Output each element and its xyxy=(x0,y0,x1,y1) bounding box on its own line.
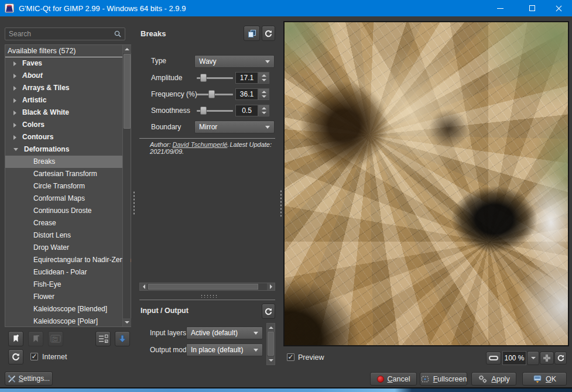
search-input[interactable] xyxy=(5,30,114,38)
internet-checkbox[interactable]: ✓ xyxy=(30,353,38,360)
zoom-level-input[interactable] xyxy=(503,352,526,365)
amplitude-slider[interactable] xyxy=(197,74,233,82)
fullscreen-button[interactable]: Fullscreen xyxy=(420,372,467,386)
copy-parameters-button[interactable] xyxy=(244,26,260,41)
filter-item[interactable]: Kaleidoscope [Polar] xyxy=(5,315,123,328)
filter-display-options-button[interactable] xyxy=(95,331,111,346)
filter-item[interactable]: Drop Water xyxy=(5,242,123,254)
scrollbar-thumb[interactable] xyxy=(148,284,258,290)
filter-item[interactable]: Breaks xyxy=(5,156,123,168)
output-mode-dropdown[interactable]: In place (default) xyxy=(186,343,263,356)
separator xyxy=(139,138,275,139)
slider-handle[interactable] xyxy=(200,106,207,115)
chevron-right-icon[interactable] xyxy=(13,135,16,140)
chevron-right-icon[interactable] xyxy=(13,98,16,103)
filter-item[interactable]: Crease xyxy=(5,217,123,229)
amplitude-spinbox[interactable]: 17.1 xyxy=(235,72,258,84)
filter-item[interactable]: Conformal Maps xyxy=(5,192,123,205)
filter-item[interactable]: Euclidean - Polar xyxy=(5,266,123,278)
scroll-right-icon[interactable] xyxy=(267,283,275,290)
settings-button[interactable]: Settings... xyxy=(5,372,53,386)
spin-down-icon[interactable] xyxy=(262,112,266,114)
vertical-splitter-handle[interactable] xyxy=(133,191,136,215)
filter-category[interactable]: Artistic xyxy=(5,94,123,106)
zoom-in-button[interactable] xyxy=(540,352,554,365)
chevron-right-icon[interactable] xyxy=(13,123,16,128)
filter-item[interactable]: Flower xyxy=(5,291,123,303)
chevron-down-icon xyxy=(531,357,536,359)
smoothness-spinbox[interactable]: 0.5 xyxy=(235,105,258,116)
preview-checkbox[interactable]: ✓ xyxy=(287,353,294,361)
filter-item[interactable]: Cartesian Transform xyxy=(5,168,123,180)
filter-category[interactable]: Black & White xyxy=(5,106,123,119)
chevron-down-icon[interactable] xyxy=(13,148,18,151)
input-layers-dropdown[interactable]: Active (default) xyxy=(186,326,263,339)
boundary-dropdown[interactable]: Mirror xyxy=(194,121,275,133)
scroll-left-icon[interactable] xyxy=(140,283,148,290)
spin-up-icon[interactable] xyxy=(262,74,266,77)
maximize-button[interactable] xyxy=(519,0,545,16)
filter-item[interactable]: Equirectangular to Nadir-Zenith xyxy=(5,254,123,266)
smoothness-slider[interactable] xyxy=(197,106,233,115)
spin-down-icon[interactable] xyxy=(262,95,266,98)
refresh-filters-button[interactable] xyxy=(8,349,23,365)
io-vertical-scrollbar[interactable] xyxy=(266,323,275,365)
smoothness-spin-arrows[interactable] xyxy=(258,105,269,116)
scrollbar-thumb[interactable] xyxy=(268,332,274,356)
frequency-slider[interactable] xyxy=(197,90,233,98)
scroll-up-icon[interactable] xyxy=(123,45,131,53)
chevron-right-icon[interactable] xyxy=(13,74,16,78)
frequency-spin-arrows[interactable] xyxy=(258,88,269,100)
zoom-out-button[interactable] xyxy=(486,352,501,365)
chevron-right-icon[interactable] xyxy=(13,61,16,66)
filter-item[interactable]: Kaleidoscope [Blended] xyxy=(5,303,123,315)
filter-item[interactable]: Distort Lens xyxy=(5,229,123,242)
scroll-down-icon[interactable] xyxy=(267,356,275,365)
scroll-down-icon[interactable] xyxy=(123,318,131,326)
chevron-right-icon[interactable] xyxy=(13,86,16,91)
filter-category[interactable]: Deformations xyxy=(5,143,123,156)
spin-down-icon[interactable] xyxy=(262,79,266,81)
horizontal-splitter-handle[interactable] xyxy=(200,294,218,298)
scroll-up-icon[interactable] xyxy=(267,324,275,332)
zoom-reset-button[interactable] xyxy=(554,352,567,365)
filter-list-scrollbar[interactable] xyxy=(122,45,131,326)
frequency-spinbox[interactable]: 36.1 xyxy=(235,88,258,100)
preview-image[interactable] xyxy=(285,22,568,345)
apply-button[interactable]: Apply xyxy=(471,372,516,386)
filter-category[interactable]: Arrays & Tiles xyxy=(5,82,123,94)
amplitude-spin-arrows[interactable] xyxy=(258,72,269,84)
minimize-button[interactable] xyxy=(487,0,513,16)
slider-handle[interactable] xyxy=(200,74,207,82)
type-dropdown[interactable]: Wavy xyxy=(194,55,275,68)
update-filters-button[interactable] xyxy=(115,331,130,346)
remove-fave-button[interactable] xyxy=(28,331,43,346)
filter-item[interactable]: Fish-Eye xyxy=(5,278,123,291)
filter-item[interactable]: Continuous Droste xyxy=(5,205,123,217)
slider-handle[interactable] xyxy=(208,90,215,98)
download-arrow-icon xyxy=(118,334,127,343)
cancel-button[interactable]: Cancel xyxy=(370,372,417,386)
filter-category[interactable]: Colors xyxy=(5,119,123,131)
vertical-splitter-handle[interactable] xyxy=(280,190,283,216)
author-link[interactable]: David Tschumperlé xyxy=(173,141,228,148)
filter-item[interactable]: Circle Transform xyxy=(5,180,123,192)
ok-label: OK xyxy=(546,375,556,383)
params-horizontal-scrollbar[interactable] xyxy=(139,283,275,291)
io-reset-button[interactable] xyxy=(262,304,275,319)
filter-category[interactable]: Contours xyxy=(5,131,123,143)
add-fave-button[interactable] xyxy=(8,331,23,346)
filter-category[interactable]: Faves xyxy=(5,57,123,70)
rename-fave-button[interactable]: Abc Def xyxy=(48,331,63,346)
spin-up-icon[interactable] xyxy=(262,91,266,93)
scrollbar-thumb[interactable] xyxy=(124,54,131,129)
preview-frame xyxy=(283,21,569,346)
reset-parameters-button[interactable] xyxy=(262,26,275,41)
ok-button[interactable]: OK xyxy=(522,372,567,386)
apply-label: Apply xyxy=(491,375,509,383)
filter-category[interactable]: About xyxy=(5,70,123,82)
chevron-right-icon[interactable] xyxy=(13,111,16,115)
zoom-dropdown-button[interactable] xyxy=(527,351,539,365)
spin-up-icon[interactable] xyxy=(262,107,266,109)
close-button[interactable] xyxy=(546,0,572,16)
